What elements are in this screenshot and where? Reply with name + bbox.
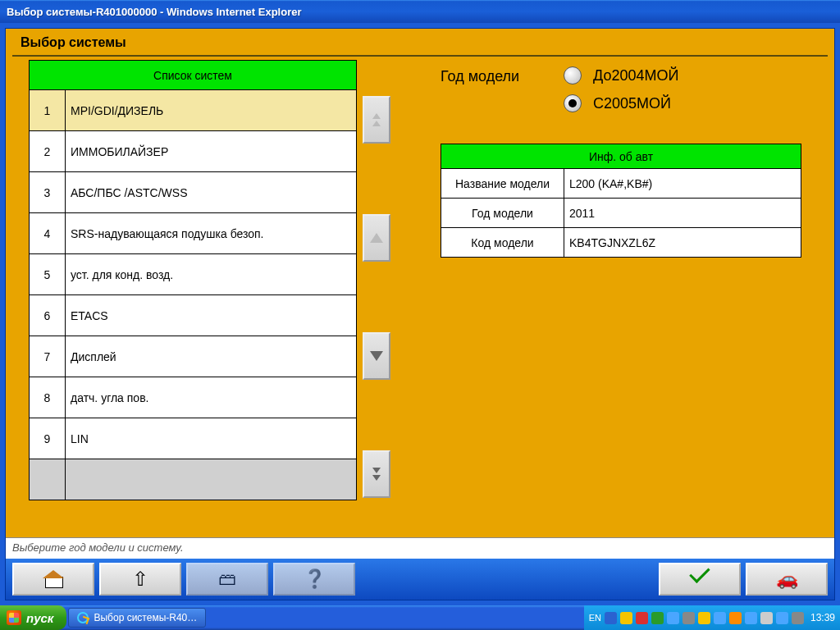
scroll-bottom-button[interactable] (363, 450, 390, 498)
bottom-toolbar: ⇧ 🗃 ❓ 🚗 (6, 559, 834, 600)
tray-icon[interactable] (698, 612, 710, 624)
system-row[interactable]: 2ИММОБИЛАЙЗЕР (30, 131, 357, 172)
windows-logo-icon (7, 610, 21, 625)
help-button[interactable]: ❓ (273, 563, 355, 596)
radio-icon (564, 94, 582, 112)
system-row[interactable]: 6ETACS (30, 295, 357, 336)
radio-label: До2004МОЙ (593, 67, 678, 84)
radio-pre2004[interactable]: До2004МОЙ (564, 66, 678, 84)
system-tray[interactable]: EN 13:39 (584, 605, 840, 630)
vehicle-info-table: Инф. об авт Название моделиL200 (KA#,KB#… (441, 144, 801, 258)
window-title: Выбор системы-R401000000 - Windows Inter… (7, 6, 302, 18)
tray-icon[interactable] (636, 612, 648, 624)
check-icon (689, 571, 710, 587)
systems-table: Список систем 1MPI/GDI/ДИЗЕЛЬ 2ИММОБИЛАЙ… (29, 60, 357, 500)
model-year-radio-group: До2004МОЙ С2005МОЙ (564, 66, 678, 112)
scroll-down-button[interactable] (363, 332, 390, 380)
table-row: Год модели2011 (441, 199, 801, 228)
tray-icon[interactable] (605, 612, 617, 624)
tray-icon[interactable] (682, 612, 695, 624)
taskbar-item-label: Выбор системы-R40… (94, 612, 197, 623)
status-bar: Выберите год модели и систему. (6, 537, 834, 559)
tray-icon[interactable] (792, 612, 804, 624)
ie-icon (77, 612, 89, 623)
window-title-bar: Выбор системы-R401000000 - Windows Inter… (0, 0, 840, 23)
list-scroll-buttons (362, 60, 391, 503)
app-frame: Выбор системы Список систем 1MPI/GDI/ДИЗ… (5, 28, 835, 600)
printer-icon: 🗃 (218, 568, 236, 590)
radio-from2005[interactable]: С2005МОЙ (564, 94, 678, 112)
vehicle-info-header: Инф. об авт (441, 144, 801, 169)
system-row[interactable]: 5уст. для конд. возд. (30, 254, 357, 295)
page-title: Выбор системы (12, 34, 828, 57)
radio-label: С2005МОЙ (593, 95, 671, 112)
language-indicator[interactable]: EN (589, 613, 601, 623)
page-body: Список систем 1MPI/GDI/ДИЗЕЛЬ 2ИММОБИЛАЙ… (6, 60, 834, 527)
tray-icon[interactable] (620, 612, 632, 624)
up-arrow-icon: ⇧ (132, 568, 148, 591)
vehicle-button[interactable]: 🚗 (746, 563, 828, 596)
system-row-empty (30, 459, 357, 500)
tray-icon[interactable] (714, 612, 726, 624)
home-icon (43, 570, 64, 588)
windows-taskbar: пуск Выбор системы-R40… EN 13:39 (0, 605, 840, 630)
home-button[interactable] (12, 563, 94, 596)
tray-icon[interactable] (667, 612, 679, 624)
model-year-row: Год модели До2004МОЙ С2005МОЙ (441, 66, 811, 112)
help-icon: ❓ (304, 568, 326, 590)
tray-icon[interactable] (745, 612, 757, 624)
system-row[interactable]: 7Дисплей (30, 336, 357, 377)
ok-button[interactable] (659, 563, 741, 596)
start-button[interactable]: пуск (0, 605, 66, 630)
app-outer: Выбор системы Список систем 1MPI/GDI/ДИЗ… (0, 23, 840, 605)
systems-column: Список систем 1MPI/GDI/ДИЗЕЛЬ 2ИММОБИЛАЙ… (29, 60, 391, 527)
system-row[interactable]: 4SRS-надувающаяся подушка безоп. (30, 213, 357, 254)
scroll-top-button[interactable] (363, 96, 390, 144)
car-icon: 🚗 (776, 568, 798, 590)
status-text: Выберите год модели и систему. (12, 541, 184, 554)
back-button[interactable]: ⇧ (99, 563, 181, 596)
system-row[interactable]: 3АБС/ПБС /ASTC/WSS (30, 172, 357, 213)
systems-header: Список систем (30, 61, 357, 90)
scroll-up-button[interactable] (363, 214, 390, 262)
clock[interactable]: 13:39 (810, 612, 835, 623)
system-row[interactable]: 8датч. угла пов. (30, 377, 357, 418)
print-button[interactable]: 🗃 (186, 563, 268, 596)
tray-icon[interactable] (729, 612, 742, 624)
taskbar-item[interactable]: Выбор системы-R40… (68, 608, 206, 628)
table-row: Код моделиKB4TGJNXZL6Z (441, 228, 801, 258)
tray-icon[interactable] (651, 612, 664, 624)
system-row[interactable]: 1MPI/GDI/ДИЗЕЛЬ (30, 90, 357, 131)
start-label: пуск (26, 611, 53, 625)
tray-icon[interactable] (760, 612, 773, 624)
tray-icon[interactable] (776, 612, 788, 624)
right-column: Год модели До2004МОЙ С2005МОЙ Инф. об а (391, 60, 834, 527)
table-row: Название моделиL200 (KA#,KB#) (441, 169, 801, 199)
radio-icon (564, 66, 582, 84)
model-year-label: Год модели (441, 66, 564, 85)
system-row[interactable]: 9LIN (30, 418, 357, 459)
